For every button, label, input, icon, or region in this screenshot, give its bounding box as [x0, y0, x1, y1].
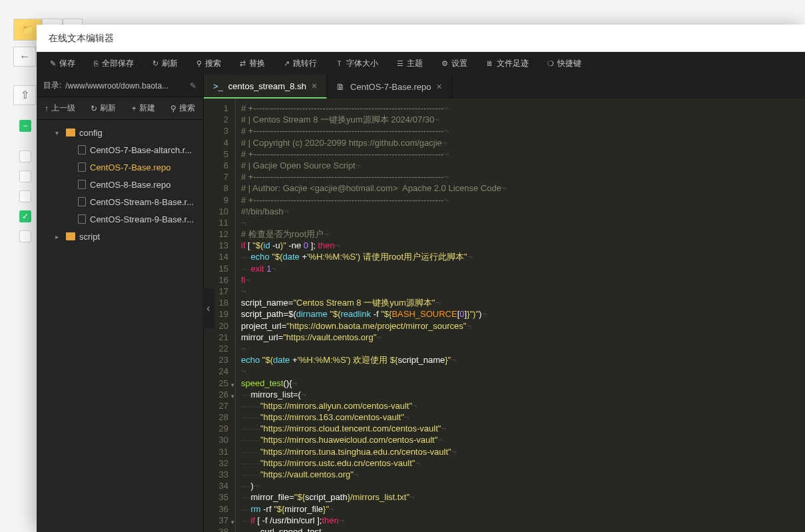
toolbar-设置[interactable]: ⚙设置: [432, 52, 477, 75]
sidebar-collapse-handle[interactable]: ‹: [202, 288, 214, 328]
toolbar-icon: ⚲: [196, 52, 202, 75]
tree-file-CentOS-Stream-8-Base.r...[interactable]: CentOS-Stream-8-Base.r...: [37, 193, 203, 210]
sidebar-tools: ↑ 上一级↻ 刷新+ 新建⚲ 搜索: [37, 97, 203, 120]
toolbar-全部保存[interactable]: ⎘全部保存: [85, 52, 143, 75]
tree-file-CentOS-8-Base.repo[interactable]: CentOS-8-Base.repo: [37, 176, 203, 193]
toolbar-跳转行[interactable]: ↗跳转行: [274, 52, 326, 75]
tab-CentOS-7-Base.repo[interactable]: 🗎CentOS-7-Base.repo×: [327, 75, 452, 99]
toolbar-icon: Ｔ: [336, 52, 343, 75]
toolbar-搜索[interactable]: ⚲搜索: [187, 52, 230, 75]
file-sidebar: 目录: /www/wwwroot/down.baota... ✎ ↑ 上一级↻ …: [37, 75, 204, 532]
expand-icon: ▾: [55, 129, 62, 136]
editor-pane: ‹ >_centos_stream_8.sh×🗎CentOS-7-Base.re…: [204, 75, 805, 532]
code-area[interactable]: 1234567891011121314151617181920212223242…: [204, 99, 805, 532]
file-icon: [78, 197, 86, 206]
fold-icon[interactable]: ▾: [228, 380, 234, 386]
side-tool-刷新[interactable]: ↻ 刷新: [91, 103, 116, 114]
file-icon: [78, 214, 86, 224]
tree-folder-config[interactable]: ▾config: [37, 124, 203, 141]
toolbar-字体大小[interactable]: Ｔ字体大小: [326, 52, 388, 75]
side-tool-上一级[interactable]: ↑ 上一级: [45, 103, 75, 114]
row-checkbox[interactable]: [19, 230, 31, 242]
row-checkbox-checked[interactable]: ✓: [19, 210, 31, 222]
toolbar-icon: ✎: [50, 52, 56, 75]
tab-close-icon[interactable]: ×: [437, 81, 442, 92]
toolbar-icon: ⇄: [240, 52, 246, 75]
toolbar-刷新[interactable]: ↻刷新: [143, 52, 187, 75]
tab-centos_stream_8.sh[interactable]: >_centos_stream_8.sh×: [204, 75, 327, 99]
tree-file-CentOS-Stream-9-Base.r...[interactable]: CentOS-Stream-9-Base.r...: [37, 210, 203, 228]
file-icon: [78, 180, 86, 189]
path-edit-icon[interactable]: ✎: [190, 81, 196, 91]
toolbar-icon: ↻: [152, 52, 158, 75]
toolbar-保存[interactable]: ✎保存: [41, 52, 85, 75]
toolbar-icon: ❍: [547, 52, 554, 75]
editor-toolbar: ✎保存⎘全部保存↻刷新⚲搜索⇄替换↗跳转行Ｔ字体大小☰主题⚙设置🗎文件足迹❍快捷…: [37, 52, 805, 75]
back-button[interactable]: ←: [13, 47, 36, 67]
toolbar-icon: ↗: [284, 52, 290, 75]
row-checkbox[interactable]: [19, 150, 31, 162]
path-label: 目录:: [43, 80, 61, 91]
toolbar-替换[interactable]: ⇄替换: [230, 52, 274, 75]
modal-title: 在线文本编辑器: [37, 25, 805, 52]
toolbar-文件足迹[interactable]: 🗎文件足迹: [477, 52, 538, 75]
toolbar-主题[interactable]: ☰主题: [388, 52, 432, 75]
toolbar-icon: ☰: [397, 52, 403, 75]
folder-icon: [66, 232, 75, 240]
folder-icon: [66, 129, 75, 136]
path-value: /www/wwwroot/down.baota...: [65, 81, 186, 91]
code-lines[interactable]: # +-------------------------------------…: [236, 99, 805, 532]
toolbar-icon: 🗎: [486, 52, 493, 75]
file-icon: [78, 162, 86, 172]
tree-folder-script[interactable]: ▸script: [37, 228, 203, 245]
side-tool-新建[interactable]: + 新建: [132, 103, 155, 114]
editor-modal: 在线文本编辑器 ✎保存⎘全部保存↻刷新⚲搜索⇄替换↗跳转行Ｔ字体大小☰主题⚙设置…: [37, 25, 805, 532]
expand-icon: ▸: [55, 233, 62, 240]
fold-icon[interactable]: ▾: [228, 391, 234, 397]
tab-file-icon: >_: [213, 81, 223, 91]
file-icon: [78, 145, 86, 154]
toolbar-icon: ⎘: [94, 52, 99, 75]
row-checkbox[interactable]: [19, 170, 31, 182]
fold-icon[interactable]: ▾: [228, 517, 234, 523]
tree-file-CentOS-7-Base-altarch.r...[interactable]: CentOS-7-Base-altarch.r...: [37, 141, 203, 158]
row-checkbox[interactable]: [19, 190, 31, 202]
side-tool-搜索[interactable]: ⚲ 搜索: [170, 103, 195, 114]
toolbar-icon: ⚙: [441, 52, 448, 75]
toolbar-快捷键[interactable]: ❍快捷键: [538, 52, 591, 75]
file-tree: ▾configCentOS-7-Base-altarch.r...CentOS-…: [37, 120, 203, 532]
tab-close-icon[interactable]: ×: [312, 81, 317, 91]
tab-file-icon: 🗎: [336, 82, 345, 92]
row-checkbox-checked[interactable]: −: [19, 120, 31, 132]
upload-button[interactable]: ⇧: [13, 85, 36, 105]
tree-file-CentOS-7-Base.repo[interactable]: CentOS-7-Base.repo: [37, 158, 203, 176]
editor-tabs: >_centos_stream_8.sh×🗎CentOS-7-Base.repo…: [204, 75, 805, 99]
current-path-row: 目录: /www/wwwroot/down.baota... ✎: [37, 75, 203, 97]
